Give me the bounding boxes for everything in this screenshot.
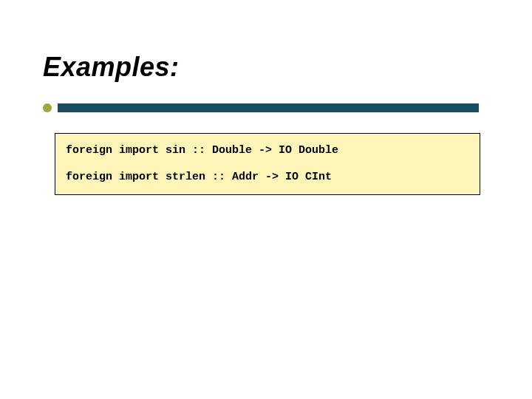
slide: Examples: foreign import sin :: Double -…	[0, 0, 532, 399]
title-underline-bar	[58, 103, 479, 112]
code-example-box: foreign import sin :: Double -> IO Doubl…	[55, 133, 480, 195]
code-line-1: foreign import sin :: Double -> IO Doubl…	[66, 144, 469, 157]
code-line-2: foreign import strlen :: Addr -> IO CInt	[66, 171, 469, 184]
slide-title: Examples:	[43, 52, 180, 83]
title-bullet-icon	[43, 103, 52, 112]
code-blank-line	[66, 157, 469, 171]
